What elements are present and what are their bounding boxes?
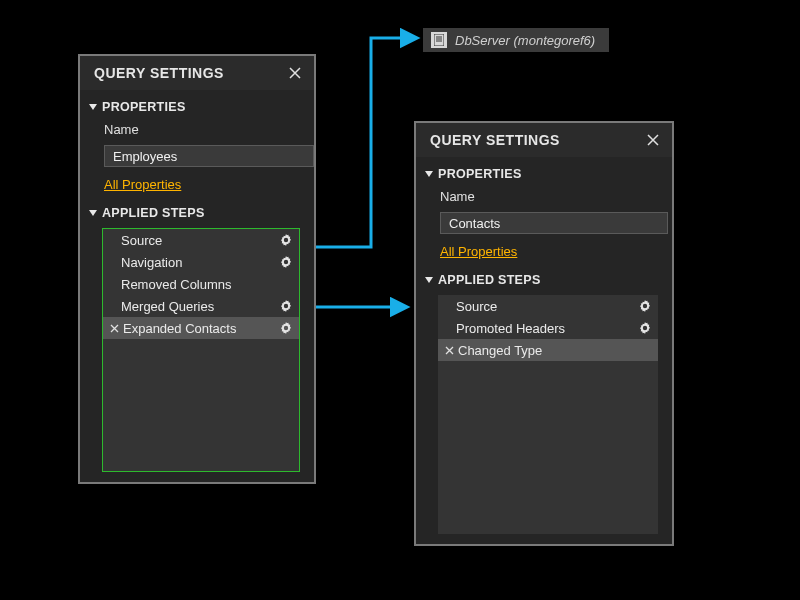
step-label: Expanded Contacts <box>123 321 279 336</box>
chevron-down-icon <box>89 210 97 216</box>
query-settings-panel-left: QUERY SETTINGS PROPERTIES Name All Prope… <box>78 54 316 484</box>
panel-header: QUERY SETTINGS <box>80 56 314 90</box>
name-input[interactable] <box>440 212 668 234</box>
step-label: Promoted Headers <box>456 321 638 336</box>
applied-steps-heading[interactable]: APPLIED STEPS <box>426 273 662 287</box>
applied-step[interactable]: Changed Type <box>438 339 658 361</box>
gear-icon[interactable] <box>638 299 652 313</box>
applied-step[interactable]: Merged Queries <box>103 295 299 317</box>
db-server-chip[interactable]: DbServer (montegoref6) <box>423 28 609 52</box>
all-properties-link[interactable]: All Properties <box>426 244 662 265</box>
panel-body: PROPERTIES Name All Properties APPLIED S… <box>416 157 672 544</box>
delete-step-icon[interactable] <box>109 324 119 333</box>
arrow-source-to-dbserver <box>316 38 416 247</box>
panel-header: QUERY SETTINGS <box>416 123 672 157</box>
db-server-label: DbServer (montegoref6) <box>455 33 595 48</box>
step-label: Merged Queries <box>121 299 279 314</box>
name-input[interactable] <box>104 145 314 167</box>
applied-step[interactable]: Removed Columns <box>103 273 299 295</box>
properties-heading[interactable]: PROPERTIES <box>426 167 662 181</box>
panel-title: QUERY SETTINGS <box>94 65 224 81</box>
query-settings-panel-right: QUERY SETTINGS PROPERTIES Name All Prope… <box>414 121 674 546</box>
applied-steps-list: SourcePromoted HeadersChanged Type <box>438 295 658 534</box>
applied-step[interactable]: Promoted Headers <box>438 317 658 339</box>
chevron-down-icon <box>89 104 97 110</box>
close-icon[interactable] <box>644 131 662 149</box>
gear-icon[interactable] <box>279 321 293 335</box>
applied-steps-heading[interactable]: APPLIED STEPS <box>90 206 304 220</box>
chevron-down-icon <box>425 277 433 283</box>
gear-icon[interactable] <box>279 233 293 247</box>
panel-body: PROPERTIES Name All Properties APPLIED S… <box>80 90 314 482</box>
gear-icon[interactable] <box>279 255 293 269</box>
applied-step[interactable]: Expanded Contacts <box>103 317 299 339</box>
step-label: Navigation <box>121 255 279 270</box>
step-label: Source <box>121 233 279 248</box>
applied-steps-list: SourceNavigationRemoved ColumnsMerged Qu… <box>102 228 300 472</box>
gear-icon[interactable] <box>638 321 652 335</box>
svg-rect-0 <box>434 34 444 46</box>
applied-step[interactable]: Source <box>103 229 299 251</box>
delete-step-icon[interactable] <box>444 346 454 355</box>
properties-heading[interactable]: PROPERTIES <box>90 100 304 114</box>
step-label: Source <box>456 299 638 314</box>
gear-icon[interactable] <box>279 299 293 313</box>
all-properties-link[interactable]: All Properties <box>90 177 304 198</box>
applied-step[interactable]: Source <box>438 295 658 317</box>
name-label: Name <box>426 187 662 206</box>
name-label: Name <box>90 120 304 139</box>
step-label: Changed Type <box>458 343 652 358</box>
step-label: Removed Columns <box>121 277 293 292</box>
database-icon <box>431 32 447 48</box>
applied-step[interactable]: Navigation <box>103 251 299 273</box>
panel-title: QUERY SETTINGS <box>430 132 560 148</box>
chevron-down-icon <box>425 171 433 177</box>
close-icon[interactable] <box>286 64 304 82</box>
